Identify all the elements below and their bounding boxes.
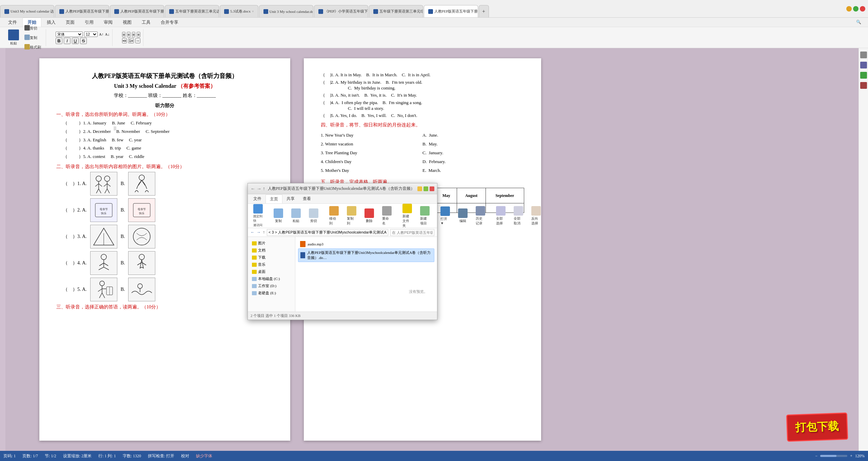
new-tab-button[interactable]: + xyxy=(479,5,489,17)
fe-pin-btn[interactable]: 固定到快速访问 xyxy=(251,203,265,229)
format-painter-btn[interactable]: 格式刷 xyxy=(22,43,43,52)
minimize-btn[interactable] xyxy=(846,6,852,12)
fe-maximize-btn[interactable] xyxy=(423,186,428,191)
tab-9[interactable]: 人教PEP版英语五年级下册U… × xyxy=(424,5,478,17)
fe-close-btn[interactable] xyxy=(430,186,434,191)
fe-file-word[interactable]: 人教PEP版英语五年级下册下册Unit3Myschoolcalendar单元测试… xyxy=(298,248,434,262)
fe-edit-btn[interactable]: 编辑 xyxy=(455,207,470,225)
font-shrink-btn[interactable]: A↓ xyxy=(105,32,109,36)
fe-file-audio[interactable]: audio.mp3 xyxy=(298,240,434,248)
tab-2[interactable]: 人教PEP版英语五年级下册下册Unit3My… × xyxy=(55,5,109,17)
sidebar-icon-1[interactable] xyxy=(860,52,867,58)
fe-folder-d[interactable]: 工作室 (D:) xyxy=(251,282,292,289)
fe-folder-downloads[interactable]: 下载 xyxy=(251,254,292,261)
number-btn[interactable]: 1≡ xyxy=(128,38,134,43)
fe-history-btn[interactable]: 历史记录 xyxy=(473,205,488,227)
maximize-btn[interactable] xyxy=(853,6,859,12)
copy-icon xyxy=(24,35,30,40)
zoom-out-btn[interactable]: − xyxy=(815,454,817,459)
fe-forward-btn[interactable]: → xyxy=(257,186,261,192)
part4-matching: 1. New Year's Day 2. Winter vacation 3. … xyxy=(321,131,524,175)
fe-select-none-btn[interactable]: 全部取消 xyxy=(511,205,526,227)
part1-items: （ ）1. A. January B. June C. February （ ）… xyxy=(56,120,273,160)
cut-btn[interactable]: 剪切 xyxy=(22,24,43,33)
tab-view[interactable]: 视图 xyxy=(118,18,136,27)
fe-up-btn[interactable]: ↑ xyxy=(263,186,265,192)
fe-paste-btn[interactable]: 粘贴 xyxy=(289,207,303,225)
fe-tab-file[interactable]: 文件 xyxy=(249,195,265,203)
underline-btn[interactable]: U xyxy=(72,38,79,44)
fe-search-input[interactable] xyxy=(390,229,434,236)
indent-btn[interactable]: → xyxy=(135,38,140,43)
fe-copy2-btn[interactable]: 复制到 xyxy=(344,205,359,227)
fe-rename-btn[interactable]: 重命名 xyxy=(379,205,394,227)
sidebar-icon-2[interactable] xyxy=(860,62,867,68)
sidebar-icon-4[interactable] xyxy=(860,82,867,89)
align-right-btn[interactable]: ≡ xyxy=(132,32,135,37)
fe-folder-music[interactable]: 音乐 xyxy=(251,261,292,268)
paste-btn[interactable]: 粘贴 xyxy=(6,28,21,47)
close-btn[interactable] xyxy=(860,6,865,12)
zoom-slider[interactable] xyxy=(820,455,847,457)
fe-path-arrow-right[interactable]: → xyxy=(257,230,261,235)
fe-delete-btn[interactable]: 删除 xyxy=(362,207,377,225)
fe-folder-e[interactable]: 老硬盘 (E:) xyxy=(251,289,292,297)
tab-tools[interactable]: 工具 xyxy=(137,18,155,27)
fe-cut-icon xyxy=(309,208,318,218)
bullet-btn[interactable]: •≡ xyxy=(122,38,127,43)
tab-5[interactable]: 5.3试卷.docx × xyxy=(220,5,258,17)
ribbon-group-clipboard: 粘贴 剪切 复制 格式刷 xyxy=(3,29,46,46)
zoom-in-btn[interactable]: + xyxy=(850,454,852,459)
fe-move-btn[interactable]: 移动到 xyxy=(327,205,341,227)
tab-1[interactable]: Unit3 My school calendar 达标… × xyxy=(0,5,54,17)
tab-7[interactable]: 《PEP》小学英语五年级下册第三… × xyxy=(314,5,368,17)
fe-copy-btn[interactable]: 复制 xyxy=(271,207,286,225)
fe-tab-home[interactable]: 主页 xyxy=(265,195,282,203)
word-icon xyxy=(4,9,9,14)
download-badge[interactable]: 打包下载 xyxy=(786,413,848,442)
fe-path-up[interactable]: ↑ xyxy=(263,230,265,235)
fe-tab-share[interactable]: 共享 xyxy=(282,195,299,203)
tab-3[interactable]: 人教PEP版英语五年级下册下册Unit3My… × xyxy=(110,5,164,17)
fe-back-btn[interactable]: ← xyxy=(251,186,255,192)
bold-btn[interactable]: B xyxy=(56,38,62,44)
tab-6[interactable]: Unit 3 My school calendar.doc × xyxy=(259,5,313,17)
fe-select-all-btn[interactable]: 全部选择 xyxy=(493,205,508,227)
copy-btn[interactable]: 复制 xyxy=(22,33,43,42)
align-justify-btn[interactable]: ≡ xyxy=(137,32,140,37)
fe-path-input[interactable] xyxy=(267,229,388,236)
tab-8[interactable]: 五年级下册英语第三单元综合能力测… × xyxy=(369,5,423,17)
font-grow-btn[interactable]: A↑ xyxy=(99,32,103,36)
font-family-select[interactable]: 宋体 xyxy=(56,32,83,37)
strikethrough-btn[interactable]: S xyxy=(80,38,87,44)
fe-folder-docs[interactable]: 文档 xyxy=(251,247,292,254)
tab-references[interactable]: 引用 xyxy=(80,18,98,27)
tab-page[interactable]: 页面 xyxy=(61,18,79,27)
tab-5-close[interactable]: × xyxy=(252,9,254,13)
fe-cut-btn[interactable]: 剪切 xyxy=(306,207,321,225)
fe-new-folder-btn[interactable]: 新建文件夹 xyxy=(400,202,415,229)
fe-cut-label: 剪切 xyxy=(310,219,317,223)
align-center-btn[interactable]: ≡ xyxy=(127,32,130,37)
fe-path-arrow-left[interactable]: ← xyxy=(251,230,255,235)
tab-4[interactable]: 五年级下册英语第三单元达标测试… × xyxy=(165,5,219,17)
tab-merge[interactable]: 合并专享 xyxy=(156,18,183,27)
tab-review[interactable]: 审阅 xyxy=(99,18,117,27)
fe-open-btn[interactable]: 打开▼ xyxy=(438,205,453,226)
fe-tab-view[interactable]: 查看 xyxy=(299,195,315,203)
fe-new-item-btn[interactable]: 新建项目 xyxy=(417,205,432,227)
font-size-select[interactable]: 12 xyxy=(84,32,98,37)
match-right-b: B. May. xyxy=(422,140,524,148)
align-left-btn[interactable]: ≡ xyxy=(122,32,125,37)
search-bar[interactable]: 🔍 xyxy=(853,20,865,25)
fe-folder-pictures[interactable]: 图片 xyxy=(251,240,292,247)
fe-minimize-btn[interactable] xyxy=(417,186,422,191)
fe-folder-c[interactable]: 本地磁盘 (C:) xyxy=(251,275,292,282)
fe-invert-btn[interactable]: 反向选择 xyxy=(529,205,544,227)
tab-bar: Unit3 My school calendar 达标… × 人教PEP版英语五… xyxy=(0,0,844,17)
tab-insert[interactable]: 插入 xyxy=(42,18,60,27)
tab-file[interactable]: 文件 xyxy=(3,18,22,27)
sidebar-icon-3[interactable] xyxy=(860,72,867,79)
fe-folder-desktop[interactable]: 桌面 xyxy=(251,268,292,275)
italic-btn[interactable]: I xyxy=(64,38,71,44)
